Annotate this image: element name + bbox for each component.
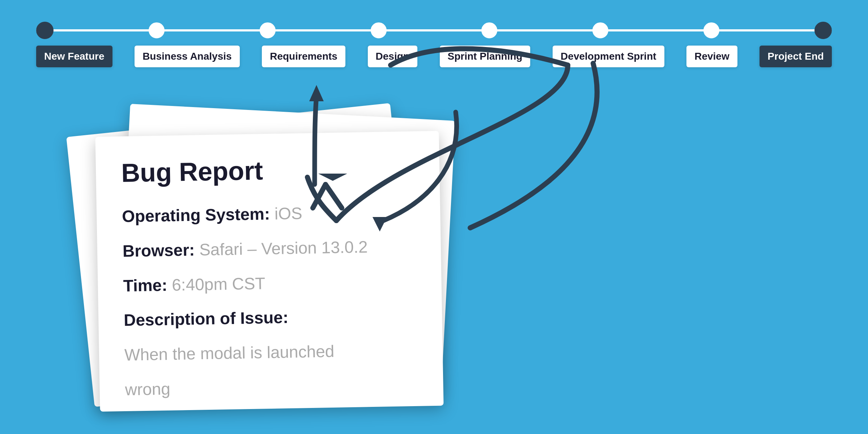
- label-development-sprint[interactable]: Development Sprint: [553, 46, 664, 67]
- label-box-requirements: Requirements: [262, 46, 345, 67]
- node-circle-review: [703, 22, 719, 38]
- papers-container: Bug Report Operating System: iOS Browser…: [80, 98, 477, 423]
- report-field-desc-value2: wrong: [125, 374, 418, 401]
- timeline-track: [36, 22, 832, 39]
- node-development-sprint[interactable]: [592, 22, 608, 38]
- label-box-project-end: Project End: [760, 46, 832, 67]
- label-box-business-analysis: Business Analysis: [135, 46, 239, 67]
- report-field-description: Description of Issue:: [124, 305, 417, 331]
- node-circle-design: [371, 22, 387, 38]
- os-label: Operating System:: [122, 204, 270, 226]
- node-circle-requirements: [260, 22, 276, 38]
- node-new-feature[interactable]: [36, 22, 54, 39]
- desc-value-2: wrong: [125, 379, 170, 399]
- node-design[interactable]: [371, 22, 387, 38]
- timeline-nodes: [36, 22, 832, 39]
- label-box-sprint-planning: Sprint Planning: [440, 46, 531, 67]
- report-field-browser: Browser: Safari – Version 13.0.2: [122, 235, 416, 262]
- report-field-time: Time: 6:40pm CST: [123, 270, 416, 297]
- node-project-end[interactable]: [814, 22, 832, 39]
- node-circle-business-analysis: [149, 22, 165, 38]
- label-review[interactable]: Review: [686, 46, 737, 67]
- label-box-development-sprint: Development Sprint: [553, 46, 664, 67]
- timeline-section: New Feature Business Analysis Requiremen…: [0, 22, 868, 67]
- label-business-analysis[interactable]: Business Analysis: [135, 46, 239, 67]
- time-value: 6:40pm CST: [172, 274, 265, 294]
- label-sprint-planning[interactable]: Sprint Planning: [440, 46, 531, 67]
- label-box-new-feature: New Feature: [36, 46, 112, 67]
- node-review[interactable]: [703, 22, 719, 38]
- browser-label: Browser:: [123, 240, 195, 260]
- node-sprint-planning[interactable]: [481, 22, 497, 38]
- label-project-end[interactable]: Project End: [760, 46, 832, 67]
- label-design[interactable]: Design: [368, 46, 417, 67]
- desc-value-1: When the modal is launched: [124, 342, 335, 364]
- timeline-labels: New Feature Business Analysis Requiremen…: [36, 46, 832, 67]
- report-field-desc-value: When the modal is launched: [124, 339, 417, 366]
- os-value: iOS: [275, 204, 303, 223]
- bug-report-paper: Bug Report Operating System: iOS Browser…: [95, 131, 443, 412]
- node-circle-development-sprint: [592, 22, 608, 38]
- report-field-os: Operating System: iOS: [122, 201, 415, 227]
- label-box-review: Review: [686, 46, 737, 67]
- node-circle-new-feature: [36, 22, 54, 39]
- time-label: Time:: [123, 276, 167, 295]
- node-circle-sprint-planning: [481, 22, 497, 38]
- label-requirements[interactable]: Requirements: [262, 46, 345, 67]
- bug-report-title: Bug Report: [121, 153, 414, 188]
- label-box-design: Design: [368, 46, 417, 67]
- description-label: Description of Issue:: [124, 308, 289, 330]
- node-circle-project-end: [814, 22, 832, 39]
- node-requirements[interactable]: [260, 22, 276, 38]
- label-new-feature[interactable]: New Feature: [36, 46, 112, 67]
- browser-value: Safari – Version 13.0.2: [199, 237, 368, 259]
- node-business-analysis[interactable]: [149, 22, 165, 38]
